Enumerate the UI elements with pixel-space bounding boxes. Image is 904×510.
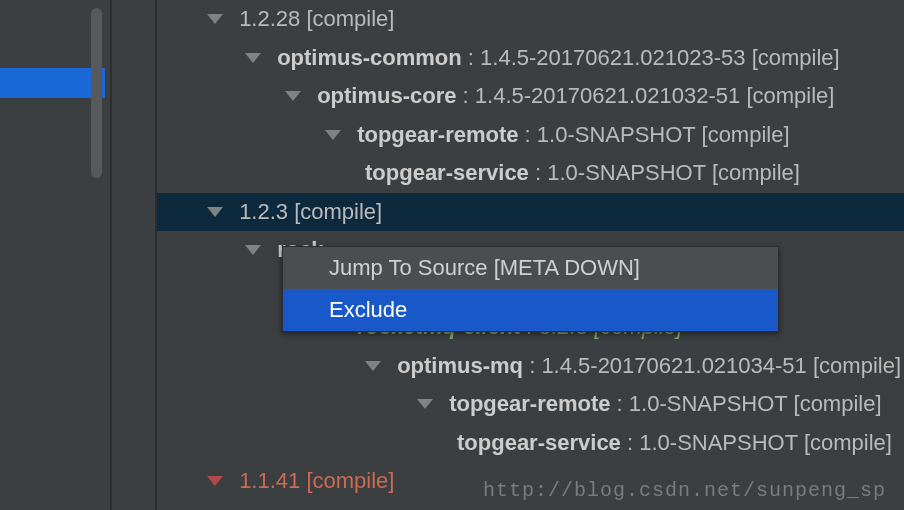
chevron-down-icon[interactable] xyxy=(207,207,223,217)
left-selection-highlight xyxy=(0,68,105,98)
node-scope: [compile] xyxy=(746,83,834,108)
node-version: 1.0-SNAPSHOT xyxy=(537,122,696,147)
chevron-down-icon[interactable] xyxy=(417,399,433,409)
watermark-text: http://blog.csdn.net/sunpeng_sp xyxy=(483,479,886,502)
node-version: 1.4.5-20170621.021032-51 xyxy=(475,83,740,108)
tree-node[interactable]: optimus-core : 1.4.5-20170621.021032-51 … xyxy=(157,77,904,116)
node-scope: [compile] xyxy=(702,122,790,147)
tree-node[interactable]: topgear-service : 1.0-SNAPSHOT [compile] xyxy=(157,424,904,463)
chevron-down-icon[interactable] xyxy=(365,361,381,371)
menu-item-label: Jump To Source [META DOWN] xyxy=(329,255,640,280)
node-artifact: topgear-remote xyxy=(357,122,518,147)
node-version: 1.2.28 xyxy=(239,6,300,31)
scrollbar-thumb[interactable] xyxy=(91,8,102,178)
node-version: 1.0-SNAPSHOT xyxy=(629,391,788,416)
tree-node[interactable]: topgear-service : 1.0-SNAPSHOT [compile] xyxy=(157,154,904,193)
node-artifact: optimus-common xyxy=(277,45,462,70)
node-scope: [compile] xyxy=(294,199,382,224)
left-panel[interactable] xyxy=(0,0,112,510)
tree-node[interactable]: topgear-remote : 1.0-SNAPSHOT [compile] xyxy=(157,116,904,155)
node-version: 1.4.5-20170621.021034-51 xyxy=(541,353,806,378)
chevron-down-icon[interactable] xyxy=(207,476,223,486)
node-scope: [compile] xyxy=(712,160,800,185)
node-version: 1.0-SNAPSHOT xyxy=(639,430,798,455)
node-version: 1.1.41 xyxy=(239,468,300,493)
chevron-down-icon[interactable] xyxy=(245,53,261,63)
chevron-down-icon[interactable] xyxy=(207,14,223,24)
node-scope: [compile] xyxy=(752,45,840,70)
tree-node-selected[interactable]: 1.2.3 [compile] xyxy=(157,193,904,232)
node-artifact: optimus-core xyxy=(317,83,456,108)
menu-item-jump-to-source[interactable]: Jump To Source [META DOWN] xyxy=(283,247,778,289)
node-artifact: optimus-mq xyxy=(397,353,523,378)
chevron-down-icon[interactable] xyxy=(325,130,341,140)
node-scope: [compile] xyxy=(804,430,892,455)
tree-node[interactable]: 1.2.28 [compile] xyxy=(157,0,904,39)
node-version: 1.2.3 xyxy=(239,199,288,224)
tree-node[interactable]: optimus-common : 1.4.5-20170621.021023-5… xyxy=(157,39,904,78)
node-scope: [compile] xyxy=(306,468,394,493)
node-artifact: topgear-service xyxy=(365,160,529,185)
node-scope: [compile] xyxy=(306,6,394,31)
node-artifact: topgear-remote xyxy=(449,391,610,416)
node-version: 1.0-SNAPSHOT xyxy=(547,160,706,185)
node-version: 1.4.5-20170621.021023-53 xyxy=(480,45,745,70)
chevron-down-icon[interactable] xyxy=(285,91,301,101)
node-scope: [compile] xyxy=(813,353,901,378)
tree-node[interactable]: topgear-remote : 1.0-SNAPSHOT [compile] xyxy=(157,385,904,424)
context-menu[interactable]: Jump To Source [META DOWN] Exclude xyxy=(282,246,779,332)
menu-item-exclude[interactable]: Exclude xyxy=(283,289,778,331)
tree-node[interactable]: optimus-mq : 1.4.5-20170621.021034-51 [c… xyxy=(157,347,904,386)
menu-item-label: Exclude xyxy=(329,297,407,322)
node-scope: [compile] xyxy=(794,391,882,416)
chevron-down-icon[interactable] xyxy=(245,245,261,255)
node-artifact: topgear-service xyxy=(457,430,621,455)
